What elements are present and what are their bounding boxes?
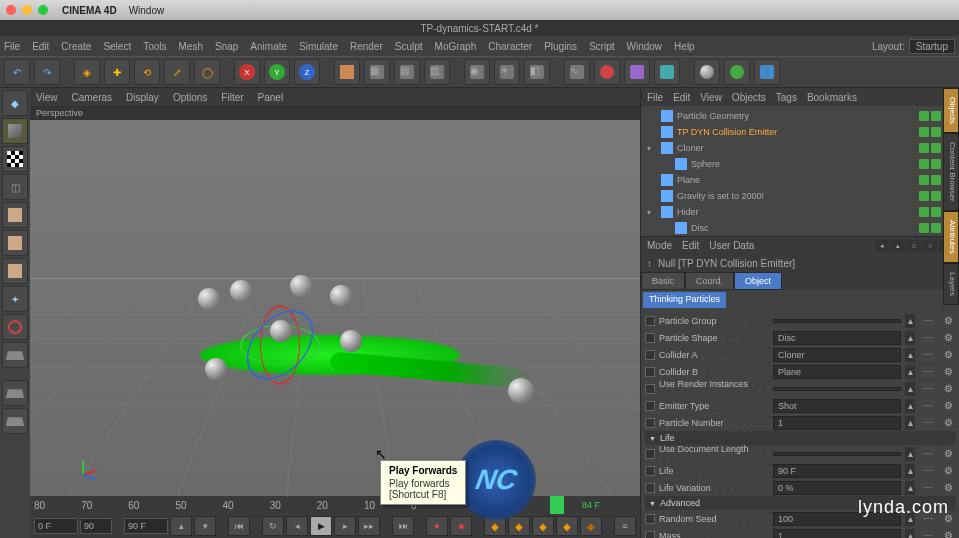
menu-animate[interactable]: Animate [250,41,287,52]
record-button[interactable]: ● [426,516,448,536]
visibility-tag[interactable] [919,127,929,137]
attr-link-button[interactable]: ⋯ [921,529,935,539]
attr-enable-checkbox[interactable] [645,449,655,459]
attr-enable-checkbox[interactable] [645,333,655,343]
attr-link-button[interactable]: ⋯ [921,382,935,396]
step-up-icon[interactable]: ▴ [905,314,915,328]
attr-options-button[interactable]: ⚙ [941,314,955,328]
attr-options-button[interactable]: ⚙ [941,399,955,413]
visibility-tag[interactable] [931,143,941,153]
viewport-2-button[interactable] [2,408,28,434]
edge-mode-button[interactable] [2,230,28,256]
attr-nav-lock[interactable]: ○ [923,240,937,252]
attr-value-field[interactable] [773,387,901,391]
attr-value-field[interactable] [773,452,901,456]
menu-mesh[interactable]: Mesh [179,41,203,52]
goto-start-button[interactable]: ⏮ [228,516,250,536]
autokey-button[interactable]: ◈ [450,516,472,536]
object-name[interactable]: Particle Geometry [677,111,873,121]
menu-render[interactable]: Render [350,41,383,52]
attr-nav-prev[interactable]: ◂ [875,240,889,252]
move-tool[interactable]: ✚ [104,59,130,85]
next-key-button[interactable]: ▸ [334,516,356,536]
attr-value-field[interactable]: 1 [773,416,901,430]
texture-mode-button[interactable] [2,146,28,172]
visibility-tag[interactable] [931,191,941,201]
axis-mode-button[interactable]: ✦ [2,286,28,312]
sphere-object[interactable] [205,358,227,380]
attr-nav-home[interactable]: ⌂ [907,240,921,252]
step-up-button[interactable]: ▴ [170,516,192,536]
make-editable-button[interactable]: ◆ [2,90,28,116]
attr-enable-checkbox[interactable] [645,466,655,476]
tree-row[interactable]: ▾ Cloner [643,140,957,156]
attr-link-button[interactable]: ⋯ [921,447,935,461]
obj-menu-objects[interactable]: Objects [732,92,766,103]
obj-menu-tags[interactable]: Tags [776,92,797,103]
dock-tab-attributes[interactable]: Attributes [943,211,959,263]
attr-options-button[interactable]: ⚙ [941,481,955,495]
attr-value-field[interactable]: Cloner [773,348,901,362]
viewport-canvas[interactable] [30,120,640,496]
step-up-icon[interactable]: ▴ [905,481,915,495]
attr-options-button[interactable]: ⚙ [941,464,955,478]
scene-button[interactable]: ◧ [524,59,550,85]
attr-enable-checkbox[interactable] [645,418,655,428]
menu-select[interactable]: Select [103,41,131,52]
sphere-object[interactable] [230,280,252,302]
attr-link-button[interactable]: ⋯ [921,314,935,328]
prev-key-button[interactable]: ◂ [286,516,308,536]
object-name[interactable]: Cloner [677,143,873,153]
emitter-button[interactable] [724,59,750,85]
layout-dropdown[interactable]: Startup [909,39,955,54]
attr-options-button[interactable]: ⚙ [941,447,955,461]
expand-icon[interactable]: ▾ [647,144,657,153]
spline-button[interactable]: ∿ [564,59,590,85]
deformer-button[interactable] [654,59,680,85]
step-down-button[interactable]: ▾ [194,516,216,536]
attr-value-field[interactable]: Shot [773,399,901,413]
key-param-button[interactable]: ◆ [556,516,578,536]
step-up-icon[interactable]: ▴ [905,331,915,345]
undo-button[interactable]: ↶ [4,59,30,85]
attr-enable-checkbox[interactable] [645,401,655,411]
vp-menu-cameras[interactable]: Cameras [72,92,113,103]
frame-start-field[interactable]: 0 F [34,518,78,534]
attr-link-button[interactable]: ⋯ [921,365,935,379]
subtab-thinking-particles[interactable]: Thinking Particles [643,292,726,308]
goto-end-button[interactable]: ⏭ [392,516,414,536]
frame-end-field[interactable]: 90 [80,518,112,534]
attr-enable-checkbox[interactable] [645,384,655,394]
object-name[interactable]: Gravity is set to 2000! [677,191,873,201]
menu-tools[interactable]: Tools [143,41,166,52]
attr-options-button[interactable]: ⚙ [941,365,955,379]
tree-row[interactable]: Plane [643,172,957,188]
menu-edit[interactable]: Edit [32,41,49,52]
vp-menu-view[interactable]: View [36,92,58,103]
y-axis-toggle[interactable]: Y [264,59,290,85]
tab-object[interactable]: Object [734,272,782,290]
light-button[interactable]: ☀ [494,59,520,85]
scale-tool[interactable]: ⤢ [164,59,190,85]
object-name[interactable]: Sphere [691,159,873,169]
object-manager[interactable]: Particle Geometry TP DYN Collision Emitt… [641,106,959,236]
modeling-button[interactable] [624,59,650,85]
visibility-tag[interactable] [919,143,929,153]
attr-value-field[interactable]: Plane [773,365,901,379]
visibility-tag[interactable] [919,207,929,217]
sphere-object[interactable] [340,330,362,352]
attr-enable-checkbox[interactable] [645,483,655,493]
step-up-icon[interactable]: ▴ [905,382,915,396]
step-up-icon[interactable]: ▴ [905,365,915,379]
menu-file[interactable]: File [4,41,20,52]
attr-menu-userdata[interactable]: User Data [709,240,754,251]
visibility-tag[interactable] [931,223,941,233]
attr-menu-edit[interactable]: Edit [682,240,699,251]
expand-icon[interactable]: ▾ [647,208,657,217]
object-name[interactable]: Disc [691,223,873,233]
key-scale-button[interactable]: ◆ [508,516,530,536]
timeline-playhead[interactable] [550,496,564,514]
attr-options-button[interactable]: ⚙ [941,529,955,539]
close-button[interactable] [6,5,16,15]
tree-row[interactable]: Particle Geometry [643,108,957,124]
